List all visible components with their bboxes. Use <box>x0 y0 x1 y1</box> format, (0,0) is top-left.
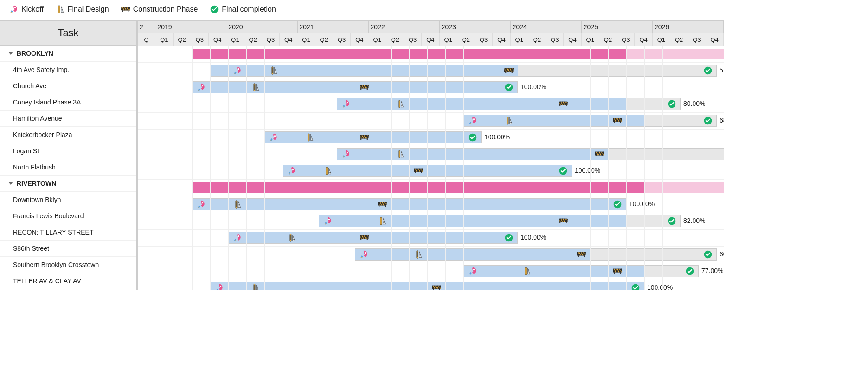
svg-point-72 <box>473 269 474 270</box>
task-bar[interactable] <box>337 98 681 110</box>
year-cell: 2025 <box>582 21 653 33</box>
task-row[interactable]: RECON: TILLARY STREET <box>0 224 136 241</box>
svg-rect-27 <box>614 122 615 123</box>
legend-kickoff: Kickoff <box>9 5 44 14</box>
gantt-task-row: 57.00% <box>138 63 724 79</box>
milestone-completion-icon <box>667 99 677 109</box>
progress-label: 77.00% <box>701 267 723 274</box>
svg-rect-69 <box>578 255 579 257</box>
quarter-cell: Q1 <box>297 33 315 46</box>
milestone-construction-icon <box>612 116 623 126</box>
quarter-cell: Q1 <box>582 33 599 46</box>
progress-label: 60.00% <box>720 250 724 258</box>
milestone-kickoff-icon <box>232 233 243 243</box>
quarter-cell: Q3 <box>333 33 351 46</box>
task-row[interactable]: Church Ave <box>0 78 136 94</box>
task-bar[interactable] <box>463 265 699 277</box>
svg-rect-15 <box>360 88 361 90</box>
quarter-cell: Q3 <box>404 33 422 46</box>
quarter-cell: Q2 <box>244 33 262 46</box>
milestone-construction-icon <box>558 99 568 109</box>
task-row[interactable]: Logan St <box>0 143 136 159</box>
progress-label: 100.00% <box>521 234 546 241</box>
svg-point-42 <box>292 169 293 170</box>
milestone-final-design-icon <box>413 249 424 260</box>
milestone-completion-icon <box>703 116 713 126</box>
gantt-task-row: 61.00% <box>138 146 724 163</box>
milestone-construction-icon <box>431 283 442 290</box>
quarter-cell: Q1 <box>653 33 670 46</box>
gantt-task-row: 77.00% <box>138 263 724 280</box>
task-row[interactable]: 4th Ave Safety Imp. <box>0 62 136 78</box>
gantt-task-row: 60.00% <box>138 247 724 263</box>
progress-label: 57.00% <box>720 66 724 74</box>
legend-final-design-label: Final Design <box>68 5 109 13</box>
milestone-construction-icon <box>558 216 568 226</box>
svg-rect-58 <box>566 222 566 223</box>
gantt-task-row: 82.00% <box>138 213 724 230</box>
milestone-kickoff-icon <box>269 132 279 143</box>
task-row[interactable]: S86th Street <box>0 241 136 257</box>
group-name: BROOKLYN <box>17 50 53 57</box>
milestone-kickoff-icon <box>196 199 206 209</box>
quarter-cell: Q2 <box>174 33 191 46</box>
progress-label: 100.00% <box>575 167 600 174</box>
legend-completion: Final completion <box>210 5 276 14</box>
task-group-row[interactable]: RIVERTOWN <box>0 176 136 192</box>
group-name: RIVERTOWN <box>17 180 56 187</box>
milestone-construction-icon <box>612 266 623 276</box>
svg-rect-76 <box>620 272 621 274</box>
year-cell: 2 <box>138 21 155 33</box>
quarter-cell: Q3 <box>262 33 280 46</box>
progress-label: 100.00% <box>521 83 546 91</box>
milestone-completion-icon <box>630 283 641 290</box>
svg-point-6 <box>238 68 239 70</box>
svg-point-54 <box>328 219 329 220</box>
milestone-kickoff-icon <box>323 216 333 226</box>
quarter-cell: Q4 <box>635 33 652 46</box>
svg-rect-3 <box>122 10 123 12</box>
svg-rect-51 <box>379 205 379 207</box>
task-row[interactable]: Knickerbocker Plaza <box>0 127 136 143</box>
quarter-cell: Q1 <box>368 33 386 46</box>
task-row[interactable]: Francis Lewis Boulevard <box>0 208 136 224</box>
milestone-completion-icon <box>667 216 677 226</box>
year-cell: 2020 <box>226 21 297 33</box>
svg-point-78 <box>219 286 221 287</box>
task-row[interactable]: TELLER AV & CLAY AV <box>0 273 136 289</box>
legend-construction: Construction Phase <box>121 5 198 14</box>
quarter-cell: Q2 <box>457 33 475 46</box>
milestone-kickoff-icon <box>196 82 206 92</box>
quarter-cell: Q3 <box>688 33 706 46</box>
svg-rect-9 <box>505 72 506 73</box>
milestone-final-design-icon <box>232 199 243 209</box>
year-cell: 2024 <box>511 21 582 33</box>
milestone-construction-icon <box>413 166 424 176</box>
milestone-kickoff-icon <box>341 99 351 109</box>
svg-point-24 <box>473 118 474 120</box>
task-group-row[interactable]: BROOKLYN <box>0 46 136 62</box>
gantt-task-row: 80.00% <box>138 96 724 113</box>
svg-rect-63 <box>360 239 361 240</box>
year-cell: 2019 <box>155 21 226 33</box>
gantt-summary-row: 87.36% <box>138 180 724 196</box>
quarter-cell: Q3 <box>617 33 635 46</box>
task-row[interactable]: Hamilton Avenue <box>0 111 136 127</box>
task-row[interactable]: Coney Island Phase 3A <box>0 94 136 111</box>
gantt-task-row: 100.00% <box>138 280 724 290</box>
svg-rect-70 <box>584 255 585 257</box>
task-row[interactable]: Southern Brooklyn Crosstown <box>0 257 136 273</box>
milestone-construction-icon <box>359 132 369 143</box>
quarter-cell: Q <box>138 33 155 46</box>
milestone-final-design-icon <box>522 266 532 276</box>
year-cell: 2021 <box>298 21 369 33</box>
rocket-icon <box>9 5 19 14</box>
check-circle-icon <box>210 5 219 14</box>
svg-rect-52 <box>385 205 386 207</box>
quarter-cell: Q1 <box>440 33 457 46</box>
svg-rect-21 <box>559 105 560 106</box>
svg-point-12 <box>201 85 203 86</box>
task-row[interactable]: Downtown Bklyn <box>0 192 136 208</box>
svg-point-60 <box>238 235 239 237</box>
task-row[interactable]: North Flatbush <box>0 159 136 176</box>
